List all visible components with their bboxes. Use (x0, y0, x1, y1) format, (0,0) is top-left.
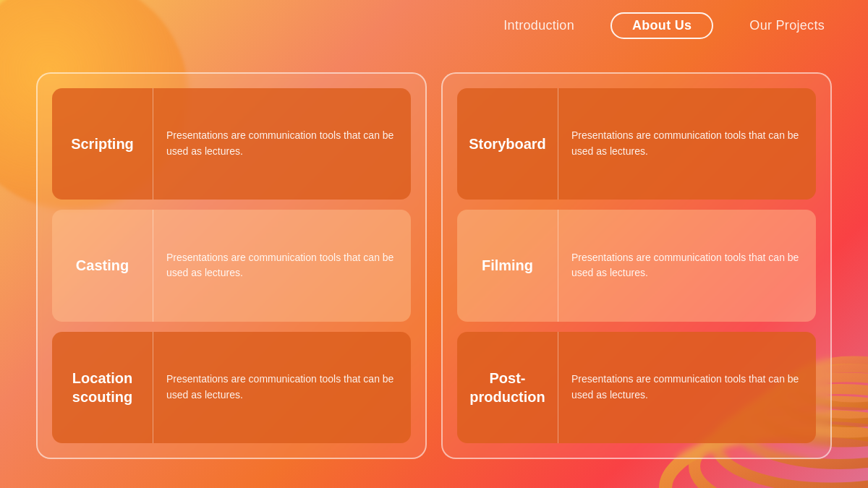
card-scripting-title: Scripting (71, 134, 134, 153)
nav-our-projects[interactable]: Our Projects (749, 18, 825, 33)
card-location-scouting-desc: Presentations are communication tools th… (153, 364, 411, 410)
card-post-production[interactable]: Post-production Presentations are commun… (457, 332, 816, 443)
card-casting-title-block: Casting (52, 210, 153, 321)
card-casting-desc: Presentations are communication tools th… (153, 243, 411, 288)
card-storyboard-title: Storyboard (469, 134, 546, 153)
card-filming-title-block: Filming (457, 210, 558, 321)
right-panel: Storyboard Presentations are communicati… (441, 72, 832, 459)
card-storyboard-title-block: Storyboard (457, 88, 558, 200)
card-scripting[interactable]: Scripting Presentations are communicatio… (52, 88, 411, 200)
card-post-production-desc: Presentations are communication tools th… (558, 364, 816, 410)
nav-introduction[interactable]: Introduction (503, 18, 574, 33)
card-casting[interactable]: Casting Presentations are communication … (52, 210, 411, 321)
card-scripting-title-block: Scripting (52, 88, 153, 200)
card-location-scouting-title: Location scouting (64, 369, 141, 406)
left-panel: Scripting Presentations are communicatio… (36, 72, 427, 459)
card-storyboard-desc: Presentations are communication tools th… (558, 121, 816, 166)
card-casting-title: Casting (76, 256, 129, 275)
card-filming-desc: Presentations are communication tools th… (558, 243, 816, 288)
card-filming[interactable]: Filming Presentations are communication … (457, 210, 816, 321)
card-storyboard[interactable]: Storyboard Presentations are communicati… (457, 88, 816, 200)
card-scripting-desc: Presentations are communication tools th… (153, 121, 411, 166)
card-post-production-title-block: Post-production (457, 332, 558, 443)
card-location-scouting-title-block: Location scouting (52, 332, 153, 443)
main-content: Scripting Presentations are communicatio… (36, 72, 832, 459)
navigation: Introduction About Us Our Projects (0, 0, 868, 51)
card-location-scouting[interactable]: Location scouting Presentations are comm… (52, 332, 411, 443)
card-post-production-title: Post-production (469, 369, 546, 406)
nav-about-us[interactable]: About Us (610, 12, 713, 39)
card-filming-title: Filming (482, 256, 533, 275)
